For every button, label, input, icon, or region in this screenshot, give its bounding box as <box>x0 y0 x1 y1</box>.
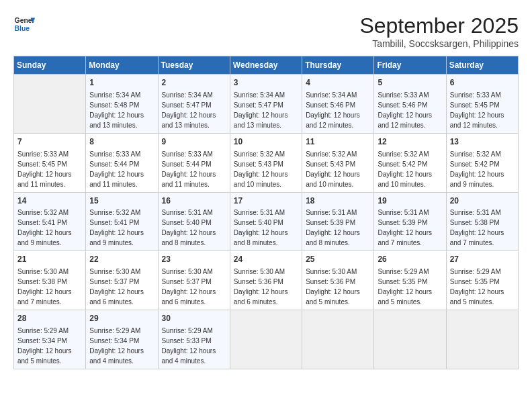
day-number: 14 <box>17 195 82 207</box>
day-info: Sunrise: 5:29 AM Sunset: 5:35 PM Dayligh… <box>450 267 515 307</box>
day-info: Sunrise: 5:32 AM Sunset: 5:42 PM Dayligh… <box>450 149 515 189</box>
calendar-cell: 16Sunrise: 5:31 AM Sunset: 5:40 PM Dayli… <box>158 192 230 251</box>
calendar-cell: 22Sunrise: 5:30 AM Sunset: 5:37 PM Dayli… <box>86 251 158 310</box>
day-number: 1 <box>89 77 154 89</box>
calendar-cell: 24Sunrise: 5:30 AM Sunset: 5:36 PM Dayli… <box>230 251 302 310</box>
day-number: 5 <box>378 77 442 89</box>
day-info: Sunrise: 5:31 AM Sunset: 5:39 PM Dayligh… <box>378 208 442 248</box>
day-number: 19 <box>378 195 442 207</box>
month-title: September 2025 <box>359 13 519 38</box>
day-number: 7 <box>17 136 82 148</box>
day-info: Sunrise: 5:33 AM Sunset: 5:46 PM Dayligh… <box>378 90 442 130</box>
calendar-cell: 8Sunrise: 5:33 AM Sunset: 5:44 PM Daylig… <box>86 133 158 192</box>
calendar-cell: 4Sunrise: 5:34 AM Sunset: 5:46 PM Daylig… <box>302 75 374 134</box>
day-info: Sunrise: 5:30 AM Sunset: 5:36 PM Dayligh… <box>306 267 370 307</box>
day-info: Sunrise: 5:33 AM Sunset: 5:44 PM Dayligh… <box>162 149 226 189</box>
calendar-cell: 17Sunrise: 5:31 AM Sunset: 5:40 PM Dayli… <box>230 192 302 251</box>
day-number: 26 <box>378 254 442 265</box>
weekday-header-cell: Thursday <box>302 56 374 75</box>
day-info: Sunrise: 5:34 AM Sunset: 5:47 PM Dayligh… <box>234 90 298 130</box>
day-number: 2 <box>162 77 226 89</box>
weekday-header-cell: Saturday <box>446 56 518 75</box>
location: Tambilil, Soccsksargen, Philippines <box>359 38 519 49</box>
day-info: Sunrise: 5:32 AM Sunset: 5:41 PM Dayligh… <box>89 208 154 248</box>
weekday-header-cell: Friday <box>374 56 446 75</box>
calendar-cell: 23Sunrise: 5:30 AM Sunset: 5:37 PM Dayli… <box>158 251 230 310</box>
calendar-cell: 10Sunrise: 5:32 AM Sunset: 5:43 PM Dayli… <box>230 133 302 192</box>
calendar-cell: 7Sunrise: 5:33 AM Sunset: 5:45 PM Daylig… <box>14 133 86 192</box>
calendar-cell: 2Sunrise: 5:34 AM Sunset: 5:47 PM Daylig… <box>158 75 230 134</box>
calendar-week-row: 21Sunrise: 5:30 AM Sunset: 5:38 PM Dayli… <box>14 251 519 310</box>
calendar-body: 1Sunrise: 5:34 AM Sunset: 5:48 PM Daylig… <box>14 75 519 369</box>
day-number: 12 <box>378 136 442 148</box>
calendar-cell <box>446 310 518 369</box>
calendar-cell <box>302 310 374 369</box>
weekday-header-cell: Tuesday <box>158 56 230 75</box>
day-info: Sunrise: 5:31 AM Sunset: 5:39 PM Dayligh… <box>306 208 370 248</box>
weekday-header-cell: Sunday <box>14 56 86 75</box>
day-info: Sunrise: 5:29 AM Sunset: 5:33 PM Dayligh… <box>162 326 226 366</box>
day-info: Sunrise: 5:34 AM Sunset: 5:48 PM Dayligh… <box>89 90 154 130</box>
day-info: Sunrise: 5:33 AM Sunset: 5:45 PM Dayligh… <box>17 149 82 189</box>
calendar-cell: 27Sunrise: 5:29 AM Sunset: 5:35 PM Dayli… <box>446 251 518 310</box>
calendar-cell: 12Sunrise: 5:32 AM Sunset: 5:42 PM Dayli… <box>374 133 446 192</box>
day-info: Sunrise: 5:29 AM Sunset: 5:35 PM Dayligh… <box>378 267 442 307</box>
day-info: Sunrise: 5:30 AM Sunset: 5:38 PM Dayligh… <box>17 267 82 307</box>
calendar-cell: 1Sunrise: 5:34 AM Sunset: 5:48 PM Daylig… <box>86 75 158 134</box>
day-number: 25 <box>306 254 370 265</box>
calendar-table: SundayMondayTuesdayWednesdayThursdayFrid… <box>13 56 519 369</box>
day-number: 17 <box>234 195 298 207</box>
day-info: Sunrise: 5:33 AM Sunset: 5:44 PM Dayligh… <box>89 149 154 189</box>
day-number: 21 <box>17 254 82 265</box>
day-info: Sunrise: 5:30 AM Sunset: 5:37 PM Dayligh… <box>89 267 154 307</box>
calendar-week-row: 28Sunrise: 5:29 AM Sunset: 5:34 PM Dayli… <box>14 310 519 369</box>
calendar-cell <box>230 310 302 369</box>
logo: General Blue <box>13 13 35 35</box>
day-info: Sunrise: 5:31 AM Sunset: 5:38 PM Dayligh… <box>450 208 515 248</box>
calendar-cell: 29Sunrise: 5:29 AM Sunset: 5:34 PM Dayli… <box>86 310 158 369</box>
calendar-cell: 19Sunrise: 5:31 AM Sunset: 5:39 PM Dayli… <box>374 192 446 251</box>
day-number: 16 <box>162 195 226 207</box>
day-number: 6 <box>450 77 515 89</box>
calendar-week-row: 7Sunrise: 5:33 AM Sunset: 5:45 PM Daylig… <box>14 133 519 192</box>
day-number: 13 <box>450 136 515 148</box>
day-info: Sunrise: 5:32 AM Sunset: 5:41 PM Dayligh… <box>17 208 82 248</box>
calendar-cell: 11Sunrise: 5:32 AM Sunset: 5:43 PM Dayli… <box>302 133 374 192</box>
day-number: 11 <box>306 136 370 148</box>
day-number: 20 <box>450 195 515 207</box>
calendar-cell: 28Sunrise: 5:29 AM Sunset: 5:34 PM Dayli… <box>14 310 86 369</box>
calendar-cell <box>14 75 86 134</box>
day-info: Sunrise: 5:29 AM Sunset: 5:34 PM Dayligh… <box>17 326 82 366</box>
day-info: Sunrise: 5:34 AM Sunset: 5:47 PM Dayligh… <box>162 90 226 130</box>
day-number: 15 <box>89 195 154 207</box>
day-info: Sunrise: 5:32 AM Sunset: 5:43 PM Dayligh… <box>234 149 298 189</box>
day-number: 8 <box>89 136 154 148</box>
day-number: 29 <box>89 313 154 324</box>
calendar-cell: 26Sunrise: 5:29 AM Sunset: 5:35 PM Dayli… <box>374 251 446 310</box>
day-info: Sunrise: 5:30 AM Sunset: 5:37 PM Dayligh… <box>162 267 226 307</box>
calendar-cell: 3Sunrise: 5:34 AM Sunset: 5:47 PM Daylig… <box>230 75 302 134</box>
day-number: 9 <box>162 136 226 148</box>
calendar-cell: 5Sunrise: 5:33 AM Sunset: 5:46 PM Daylig… <box>374 75 446 134</box>
day-number: 27 <box>450 254 515 265</box>
day-info: Sunrise: 5:30 AM Sunset: 5:36 PM Dayligh… <box>234 267 298 307</box>
calendar-cell <box>374 310 446 369</box>
day-info: Sunrise: 5:33 AM Sunset: 5:45 PM Dayligh… <box>450 90 515 130</box>
calendar-cell: 14Sunrise: 5:32 AM Sunset: 5:41 PM Dayli… <box>14 192 86 251</box>
day-number: 28 <box>17 313 82 324</box>
svg-text:Blue: Blue <box>15 25 30 32</box>
day-number: 30 <box>162 313 226 324</box>
day-info: Sunrise: 5:32 AM Sunset: 5:42 PM Dayligh… <box>378 149 442 189</box>
title-block: September 2025 Tambilil, Soccsksargen, P… <box>359 13 519 49</box>
day-info: Sunrise: 5:34 AM Sunset: 5:46 PM Dayligh… <box>306 90 370 130</box>
calendar-cell: 13Sunrise: 5:32 AM Sunset: 5:42 PM Dayli… <box>446 133 518 192</box>
day-info: Sunrise: 5:31 AM Sunset: 5:40 PM Dayligh… <box>162 208 226 248</box>
calendar-cell: 18Sunrise: 5:31 AM Sunset: 5:39 PM Dayli… <box>302 192 374 251</box>
calendar-cell: 25Sunrise: 5:30 AM Sunset: 5:36 PM Dayli… <box>302 251 374 310</box>
day-number: 10 <box>234 136 298 148</box>
day-info: Sunrise: 5:31 AM Sunset: 5:40 PM Dayligh… <box>234 208 298 248</box>
calendar-cell: 15Sunrise: 5:32 AM Sunset: 5:41 PM Dayli… <box>86 192 158 251</box>
day-info: Sunrise: 5:32 AM Sunset: 5:43 PM Dayligh… <box>306 149 370 189</box>
logo-icon: General Blue <box>13 13 35 35</box>
day-number: 23 <box>162 254 226 265</box>
